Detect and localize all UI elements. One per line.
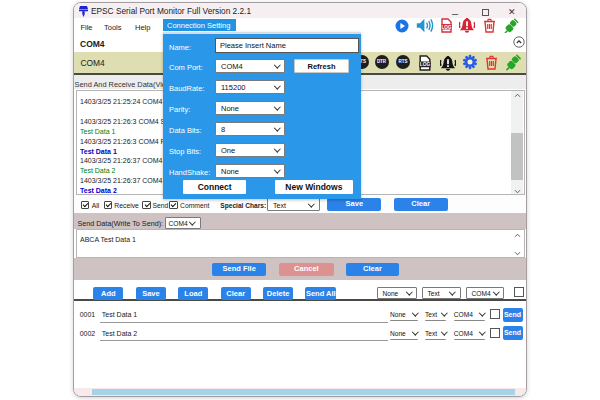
svg-text:LOG: LOG xyxy=(442,25,452,30)
svg-text:LOG: LOG xyxy=(420,62,431,67)
